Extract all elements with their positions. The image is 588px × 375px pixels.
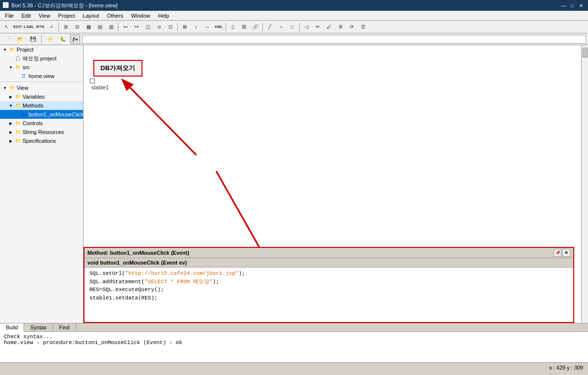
tree-project[interactable]: ▼ 📁 Project: [0, 45, 83, 54]
formula-input[interactable]: [82, 35, 586, 44]
new-file-btn[interactable]: 📄: [2, 34, 13, 45]
tb-btn-xml[interactable]: XML: [213, 22, 224, 32]
method-signature: void button1_onMouseClick (Event ev): [84, 258, 573, 268]
titlebar: 🅱 Bori 5.36 - C:/보리강좌/메모장 - [home.view] …: [0, 0, 588, 11]
tb-btn-grid4[interactable]: ▤: [94, 22, 105, 32]
toggle-variables: ▶: [8, 94, 14, 100]
toggle-memo: [8, 55, 14, 61]
menu-project[interactable]: Project: [55, 12, 78, 20]
tb-btn-s[interactable]: ⟳: [346, 22, 357, 32]
tb-btn-grid5[interactable]: ▥: [106, 22, 116, 32]
tree-label-memo: 메모장.project: [22, 55, 56, 62]
tab-syntax[interactable]: Syntax: [24, 323, 53, 331]
tb-btn-o[interactable]: ◁: [301, 22, 312, 32]
file-icon-project: 📋: [14, 54, 22, 62]
menubar: File Edit View Project Layout Others Win…: [0, 11, 588, 21]
tb-btn-f[interactable]: ⊠: [179, 22, 190, 32]
tb-btn-b[interactable]: ↦: [131, 22, 142, 32]
label-tool[interactable]: LABL: [24, 22, 34, 32]
tb-btn-grid1[interactable]: ⊞: [60, 22, 71, 32]
menu-help[interactable]: Help: [155, 12, 172, 20]
tb-btn-k[interactable]: 🔗: [250, 22, 261, 32]
tree-view-section[interactable]: ▼ 📁 View: [0, 83, 83, 92]
folder-icon-src: 📁: [14, 63, 22, 71]
tree-src[interactable]: ▼ 📁 src: [0, 63, 83, 72]
sep5: [262, 23, 263, 31]
menu-layout[interactable]: Layout: [80, 12, 102, 20]
code-line-4: stable1.setdata(RES);: [89, 294, 568, 302]
editor-content: DB가져오기 stable1: [84, 45, 588, 323]
tb-btn-i[interactable]: ▯: [227, 22, 238, 32]
menu-view[interactable]: View: [36, 12, 54, 20]
menu-edit[interactable]: Edit: [19, 12, 34, 20]
tb-btn-d[interactable]: ⧈: [154, 22, 165, 32]
tb-btn-e[interactable]: ⊡: [165, 22, 176, 32]
left-tree-panel: ▼ 📁 Project 📋 메모장.project ▼ 📁 src 🗒 home…: [0, 45, 84, 323]
folder-icon-specs: 📁: [14, 137, 22, 145]
check-tool[interactable]: ✓: [46, 22, 57, 32]
tb-btn-q[interactable]: 🖊: [324, 22, 335, 32]
tb-btn-m[interactable]: ○: [276, 22, 286, 32]
menu-window[interactable]: Window: [128, 12, 153, 20]
sep6: [299, 23, 300, 31]
edit-tool[interactable]: EDIT: [12, 22, 23, 32]
toggle-homeview: [14, 73, 20, 79]
tree-methods[interactable]: ▼ 📁 Methods: [0, 101, 83, 110]
tb-btn-p[interactable]: ✏: [312, 22, 323, 32]
tab-build[interactable]: Build: [0, 323, 24, 332]
tb-btn-j[interactable]: ⛓: [239, 22, 250, 32]
method-title: Method: button1_onMouseClick (Event): [87, 250, 189, 256]
menu-file[interactable]: File: [2, 12, 17, 20]
tb-btn-t[interactable]: ☰: [358, 22, 368, 32]
tb-btn-r[interactable]: ⚙: [335, 22, 346, 32]
tree-label-homeview: home.view: [28, 73, 55, 79]
tb-btn-n[interactable]: □: [287, 22, 298, 32]
open-file-btn[interactable]: 📂: [15, 34, 26, 45]
toggle-project: ▼: [2, 47, 8, 53]
tree-controls[interactable]: ▶ 📁 Controls: [0, 119, 83, 128]
tree-memo-project[interactable]: 📋 메모장.project: [0, 54, 83, 63]
view-icon-home: 🗒: [20, 72, 28, 80]
save-file-btn[interactable]: 💾: [28, 34, 38, 45]
btn-tool[interactable]: BTN: [35, 22, 46, 32]
tb-btn-l[interactable]: ╱: [264, 22, 275, 32]
tb-btn-h[interactable]: ↔: [202, 22, 213, 32]
maximize-button[interactable]: □: [568, 2, 576, 9]
method-panel-header: Method: button1_onMouseClick (Event) 📌 ✕: [84, 248, 573, 258]
tree-variables[interactable]: ▶ 📁 Variables: [0, 92, 83, 101]
tree-button1-method[interactable]: ◆ button1_onMouseClick (Event): [0, 110, 83, 119]
code-line-3: RES=SQL.executeQuery();: [89, 286, 568, 294]
run-btn[interactable]: ⚡: [45, 34, 56, 45]
toggle-specs: ▶: [8, 138, 14, 144]
debug-btn[interactable]: 🐛: [57, 34, 68, 45]
method-pin-btn[interactable]: 📌: [554, 249, 561, 257]
minimize-button[interactable]: —: [560, 2, 567, 9]
tree-label-method: button1_onMouseClick (Event): [28, 111, 84, 117]
panel-main: ▼ 📁 Project 📋 메모장.project ▼ 📁 src 🗒 home…: [0, 45, 588, 323]
tb-btn-a[interactable]: ↤: [120, 22, 131, 32]
close-button[interactable]: ✕: [577, 2, 585, 9]
tb-btn-grid2[interactable]: ⊟: [72, 22, 83, 32]
editor-panel: DB가져오기 stable1: [84, 45, 588, 323]
toggle-src: ▼: [8, 64, 14, 70]
menu-others[interactable]: Others: [104, 12, 126, 20]
bottom-tabs: Build Syntax Find: [0, 323, 588, 332]
cursor-tool[interactable]: ↖: [1, 22, 12, 32]
tree-specifications[interactable]: ▶ 📁 Specifications: [0, 136, 83, 145]
titlebar-title: Bori 5.36 - C:/보리강좌/메모장 - [home.view]: [11, 2, 117, 9]
folder-icon-controls: 📁: [14, 119, 22, 127]
panel-container: ▼ 📁 Project 📋 메모장.project ▼ 📁 src 🗒 home…: [0, 45, 588, 362]
vertical-scrollbar[interactable]: [581, 45, 588, 323]
titlebar-controls: — □ ✕: [560, 2, 585, 9]
tb-btn-grid3[interactable]: ▦: [83, 22, 94, 32]
tree-label-src: src: [22, 64, 30, 70]
db-button-canvas[interactable]: DB가져오기: [93, 60, 142, 77]
tb-btn-g[interactable]: ↕: [191, 22, 201, 32]
tb-btn-c[interactable]: ◫: [142, 22, 153, 32]
stable-checkbox[interactable]: [90, 79, 95, 83]
method-close-btn[interactable]: ✕: [562, 249, 570, 257]
scrollbar-thumb[interactable]: [583, 48, 588, 57]
tab-find[interactable]: Find: [53, 323, 76, 331]
tree-homeview[interactable]: 🗒 home.view: [0, 72, 83, 80]
tree-string-resources[interactable]: ▶ 📁 String Resources: [0, 128, 83, 136]
